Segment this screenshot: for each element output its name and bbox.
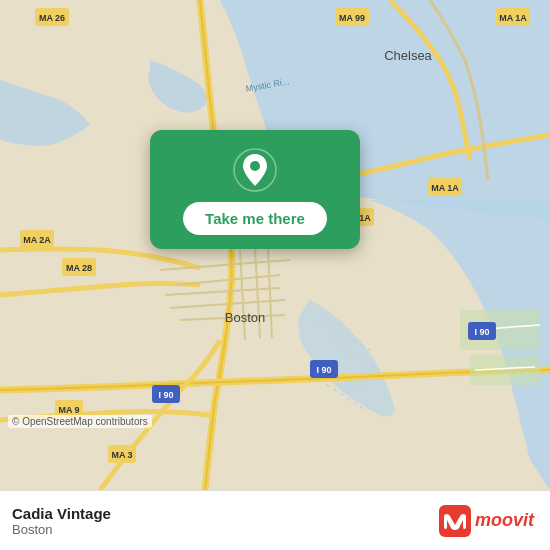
svg-text:I 90: I 90 <box>158 390 173 400</box>
map-container: MA 99 MA 26 MA 28 I 93 MA 1A MA 1A I 90 … <box>0 0 550 490</box>
svg-point-47 <box>250 161 260 171</box>
popup-card: Take me there <box>150 130 360 249</box>
moovit-text: moovit <box>475 510 534 531</box>
svg-text:MA 2A: MA 2A <box>23 235 51 245</box>
location-pin-icon <box>233 148 277 192</box>
svg-text:Boston: Boston <box>225 310 265 325</box>
moovit-icon <box>439 505 471 537</box>
location-info: Cadia Vintage Boston <box>12 505 111 537</box>
svg-text:MA 1A: MA 1A <box>431 183 459 193</box>
svg-text:I 90: I 90 <box>474 327 489 337</box>
svg-text:MA 99: MA 99 <box>339 13 365 23</box>
svg-text:MA 9: MA 9 <box>58 405 79 415</box>
map-attribution: © OpenStreetMap contributors <box>8 415 152 428</box>
svg-text:MA 26: MA 26 <box>39 13 65 23</box>
svg-rect-48 <box>439 505 471 537</box>
city-name: Boston <box>12 522 111 537</box>
svg-text:MA 28: MA 28 <box>66 263 92 273</box>
svg-text:Chelsea: Chelsea <box>384 48 432 63</box>
svg-text:MA 1A: MA 1A <box>499 13 527 23</box>
svg-text:I 90: I 90 <box>316 365 331 375</box>
svg-text:MA 3: MA 3 <box>111 450 132 460</box>
moovit-logo: moovit <box>439 505 534 537</box>
take-me-there-button[interactable]: Take me there <box>183 202 327 235</box>
bottom-bar: Cadia Vintage Boston moovit <box>0 490 550 550</box>
location-name: Cadia Vintage <box>12 505 111 522</box>
